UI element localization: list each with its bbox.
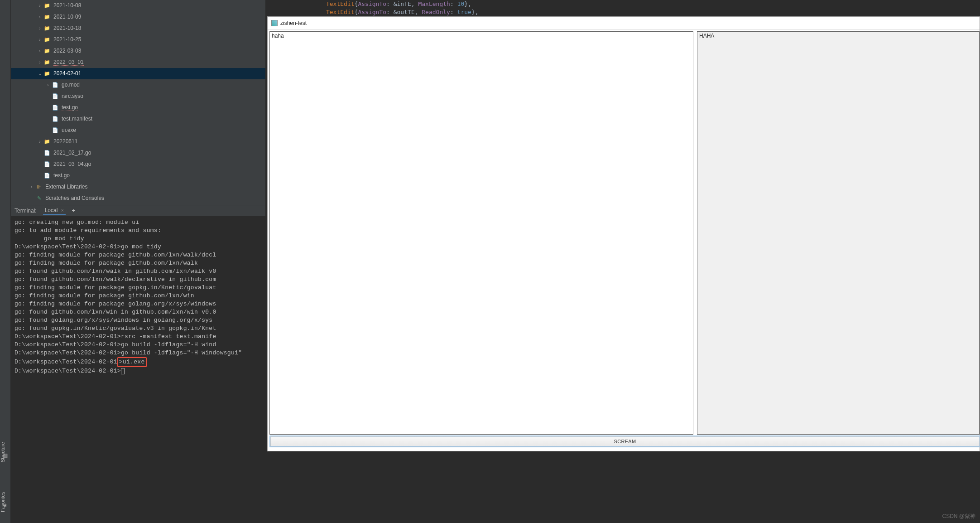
chevron-icon[interactable]: › <box>36 57 43 68</box>
lib-icon: ⊪ <box>35 181 43 193</box>
tree-item-label: 2021-10-25 <box>53 34 81 45</box>
tree-item[interactable]: ›📁2021-10-18 <box>11 23 265 34</box>
tree-item[interactable]: 📄ui.exe <box>11 125 265 136</box>
window-client-area <box>269 31 980 435</box>
window-title: zishen-test <box>280 20 307 26</box>
code-editor[interactable]: TextEdit{AssignTo: &inTE, MaxLength: 10}… <box>265 0 980 16</box>
code-line: TextEdit{AssignTo: &outTE, ReadOnly: tru… <box>283 8 980 16</box>
file-icon: 📄 <box>52 113 59 125</box>
tree-item-label: 2021-10-18 <box>53 23 81 34</box>
go-icon: 📄 <box>52 125 59 136</box>
tree-item-label: 2022_03_01 <box>53 57 84 68</box>
tree-item-label: Scratches and Consoles <box>45 193 104 204</box>
folder-icon: 📁 <box>43 45 51 57</box>
terminal-tab-local[interactable]: Local × <box>43 206 66 215</box>
tree-item[interactable]: 📄2021_02_17.go <box>11 147 265 159</box>
folder-icon: 📁 <box>43 68 51 79</box>
favorites-tool-label[interactable]: Favorites <box>0 501 5 512</box>
left-toolbar-strip: ▥ Structure ★ Favorites <box>0 0 11 523</box>
tree-item[interactable]: 📄test.go <box>11 170 265 181</box>
chevron-icon[interactable]: › <box>36 136 43 147</box>
output-textarea-right[interactable] <box>697 31 980 435</box>
go-icon: 📄 <box>52 79 59 91</box>
tree-item-label: go.mod <box>62 79 80 91</box>
chevron-icon[interactable]: › <box>36 23 43 34</box>
tree-item[interactable]: ›📁2021-10-08 <box>11 0 265 11</box>
terminal-highlight: >ui.exe <box>117 357 147 367</box>
tree-item[interactable]: ›📁2022-03-03 <box>11 45 265 57</box>
folder-icon: 📁 <box>43 23 51 34</box>
app-window-zishen: zishen-test SCREAM <box>267 16 980 451</box>
tree-item-label: 2024-02-01 <box>53 68 81 79</box>
go-icon: 📄 <box>52 102 59 113</box>
tree-item[interactable]: ›📁2021-10-09 <box>11 11 265 23</box>
tree-item[interactable]: ✎Scratches and Consoles <box>11 193 265 204</box>
tree-item[interactable]: 📄test.go <box>11 102 265 113</box>
tree-item-label: ui.exe <box>62 125 76 136</box>
folder-icon: 📁 <box>43 0 51 11</box>
tree-item[interactable]: ›📁2022_03_01 <box>11 57 265 68</box>
tree-item-label: 2021_02_17.go <box>53 147 91 159</box>
tree-item-label: 2021-10-08 <box>53 0 81 11</box>
tree-item-label: 2021-10-09 <box>53 11 81 23</box>
tree-item-label: test.manifest <box>62 113 92 125</box>
tree-item[interactable]: ›⊪External Libraries <box>11 181 265 193</box>
file-icon: 📄 <box>52 91 59 102</box>
chevron-icon[interactable]: ⌄ <box>36 68 43 79</box>
scratch-icon: ✎ <box>35 193 43 204</box>
input-textarea-left[interactable] <box>269 31 693 435</box>
chevron-icon[interactable]: › <box>36 11 43 23</box>
scream-button[interactable]: SCREAM <box>270 436 980 446</box>
tree-item-label: 2021_03_04.go <box>53 159 91 170</box>
tree-item[interactable]: ›📁20220611 <box>11 136 265 147</box>
tree-item-label: 20220611 <box>53 136 77 147</box>
folder-icon: 📁 <box>43 57 51 68</box>
terminal-header: Terminal: Local × + <box>11 205 265 216</box>
tree-item-label: rsrc.syso <box>62 91 83 102</box>
code-line: TextEdit{AssignTo: &inTE, MaxLength: 10}… <box>283 0 980 8</box>
folder-icon: 📁 <box>43 136 51 147</box>
go-icon: 📄 <box>43 159 51 170</box>
tree-item-label: test.go <box>62 102 78 113</box>
project-tree[interactable]: ›📁2021-10-08›📁2021-10-09›📁2021-10-18›📁20… <box>11 0 265 205</box>
tree-item[interactable]: ›📄go.mod <box>11 79 265 91</box>
cursor-icon <box>121 368 125 374</box>
window-titlebar[interactable]: zishen-test <box>268 17 980 29</box>
close-icon[interactable]: × <box>61 208 64 213</box>
go-icon: 📄 <box>43 170 51 181</box>
tree-item[interactable]: ›📁2021-10-25 <box>11 34 265 45</box>
terminal-add-button[interactable]: + <box>72 208 75 214</box>
tree-item-label: External Libraries <box>45 181 87 193</box>
watermark: CSDN @紫神 <box>942 513 975 520</box>
tree-item[interactable]: 📄2021_03_04.go <box>11 159 265 170</box>
tree-item[interactable]: 📄rsrc.syso <box>11 91 265 102</box>
app-icon <box>271 20 278 26</box>
chevron-icon[interactable]: › <box>36 34 43 45</box>
chevron-icon[interactable]: › <box>44 79 52 91</box>
chevron-icon[interactable]: › <box>36 0 43 11</box>
tree-item-label: test.go <box>53 170 70 181</box>
terminal-tab-label: Local <box>45 207 58 213</box>
tree-item[interactable]: ⌄📁2024-02-01 <box>11 68 265 79</box>
folder-icon: 📁 <box>43 34 51 45</box>
tree-item-label: 2022-03-03 <box>53 45 81 57</box>
structure-tool-label[interactable]: Structure <box>0 451 5 462</box>
go-icon: 📄 <box>43 147 51 159</box>
chevron-icon[interactable]: › <box>28 181 35 193</box>
terminal-label: Terminal: <box>14 208 37 214</box>
chevron-icon[interactable]: › <box>36 45 43 57</box>
tree-item[interactable]: 📄test.manifest <box>11 113 265 125</box>
folder-icon: 📁 <box>43 11 51 23</box>
